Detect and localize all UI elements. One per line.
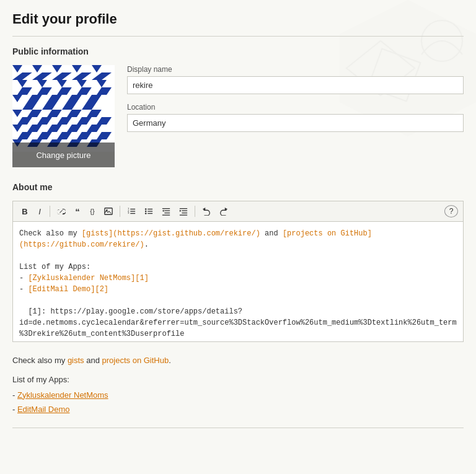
list-item: - Zykluskalender NetMoms — [12, 388, 464, 402]
preview-text-before: Check also my — [12, 356, 68, 365]
display-name-group: Display name — [127, 65, 464, 94]
location-label: Location — [127, 103, 464, 112]
about-me-editor[interactable]: Check also my [gists](https://gist.githu… — [12, 221, 464, 342]
list-item: - EditMail Demo — [12, 402, 464, 416]
help-button[interactable]: ? — [444, 205, 458, 217]
image-button[interactable] — [100, 204, 117, 218]
app2-link[interactable]: EditMail Demo — [17, 405, 70, 414]
public-info-section: Change picture Display name Location — [12, 65, 464, 167]
svg-marker-28 — [67, 80, 77, 87]
display-name-label: Display name — [127, 65, 464, 74]
svg-marker-12 — [102, 65, 112, 72]
toolbar-sep-2 — [120, 206, 120, 217]
profile-fields: Display name Location — [127, 65, 464, 141]
unordered-list-button[interactable] — [141, 204, 157, 218]
svg-point-118 — [145, 211, 147, 213]
avatar-wrapper[interactable]: Change picture — [12, 65, 115, 167]
redo-button[interactable] — [216, 204, 232, 218]
svg-marker-8 — [62, 65, 72, 72]
bottom-divider — [12, 428, 464, 428]
undo-button[interactable] — [198, 204, 214, 218]
link-button[interactable] — [53, 204, 69, 218]
preview-text-middle: and — [84, 356, 102, 365]
blockquote-button[interactable]: “ — [71, 204, 84, 218]
svg-marker-10 — [82, 65, 92, 72]
svg-marker-30 — [87, 80, 97, 87]
svg-marker-26 — [47, 80, 57, 87]
preview-section: Check also my gists and projects on GitH… — [12, 354, 464, 416]
svg-point-117 — [145, 208, 147, 210]
toolbar-sep-3 — [195, 206, 195, 217]
preview-list-header: List of my Apps: — [12, 374, 464, 387]
svg-marker-6 — [42, 65, 52, 72]
public-info-heading: Public information — [12, 46, 464, 56]
page-title: Edit your profile — [12, 11, 464, 27]
location-input[interactable] — [127, 114, 464, 132]
app1-link[interactable]: Zykluskalender NetMoms — [17, 390, 108, 400]
avatar-image — [12, 65, 115, 152]
ordered-list-button[interactable]: 123 — [123, 204, 139, 218]
preview-gists-link[interactable]: gists — [68, 356, 84, 365]
svg-marker-4 — [22, 65, 32, 72]
bold-button[interactable]: B — [18, 204, 32, 218]
about-me-heading: About me — [12, 182, 464, 192]
italic-button[interactable]: I — [33, 204, 46, 218]
code-button[interactable]: {} — [86, 204, 99, 218]
about-me-section: About me B I “ {} 123 — [12, 182, 464, 342]
editor-toolbar: B I “ {} 123 — [12, 201, 464, 221]
svg-marker-127 — [162, 209, 164, 212]
display-name-input[interactable] — [127, 76, 464, 94]
change-picture-button[interactable]: Change picture — [12, 143, 115, 167]
svg-point-119 — [145, 213, 147, 214]
main-container: Edit your profile Public information — [0, 0, 476, 439]
indent-button[interactable] — [158, 204, 174, 218]
preview-apps-list: - Zykluskalender NetMoms - EditMail Demo — [12, 388, 464, 417]
svg-marker-24 — [27, 80, 37, 87]
preview-paragraph: Check also my gists and projects on GitH… — [12, 354, 464, 367]
svg-text:3: 3 — [128, 211, 130, 214]
toolbar-sep-1 — [50, 206, 50, 217]
preview-text-after: . — [169, 356, 171, 365]
svg-marker-132 — [180, 209, 182, 212]
title-divider — [12, 36, 464, 37]
location-group: Location — [127, 103, 464, 132]
preview-projects-link[interactable]: projects on GitHub — [102, 356, 169, 365]
outdent-button[interactable] — [175, 204, 192, 218]
